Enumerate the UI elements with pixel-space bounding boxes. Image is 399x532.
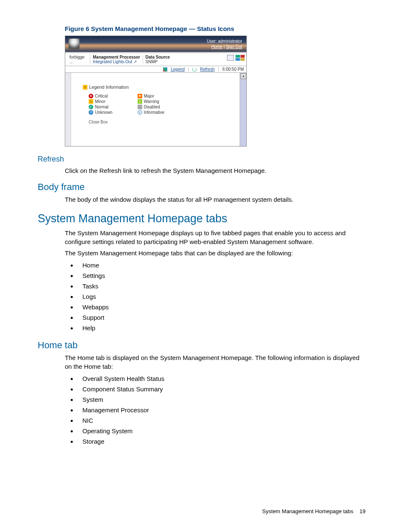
screenshot-scrollbar[interactable]: ▴ [240, 73, 246, 146]
legend-disabled: Disabled [144, 105, 160, 109]
screenshot-subbar: Legend | Refresh | 6:00:50 PM [65, 66, 246, 73]
list-item: Settings [77, 270, 366, 281]
unknown-icon: ? [89, 110, 93, 115]
list-item: Help [77, 323, 366, 333]
tabs-heading: System Management Homepage tabs [38, 212, 366, 225]
list-item: NIC [77, 415, 366, 426]
subbar-time: 6:00:50 PM [223, 67, 244, 72]
legend-major: Major [144, 94, 154, 98]
hometab-heading: Home tab [38, 340, 366, 351]
subbar-legend-link[interactable]: Legend [171, 67, 184, 72]
list-item: Home [77, 260, 366, 270]
footer-text: System Management Homepage tabs [262, 508, 353, 514]
screenshot-figure: User: administrator Home | Sign Out forb… [65, 36, 247, 146]
legend-informative: Informative [144, 110, 164, 115]
minor-icon: ! [89, 99, 93, 104]
toolbar-view-icon[interactable] [227, 55, 234, 61]
screenshot-body: ! Legend Information ✕Critical !Minor ✓N… [65, 73, 246, 146]
refresh-icon [192, 67, 197, 72]
screenshot-toolbar: forbigge ... Management Processor Integr… [65, 52, 246, 66]
bodyframe-text: The body of the window displays the stat… [65, 195, 366, 204]
lighthouse-icon [69, 39, 79, 49]
banner-user-block: User: administrator Home | Sign Out [207, 39, 242, 49]
toolbar-ds-value: SNMP [146, 59, 170, 64]
legend-minor: Minor [95, 99, 105, 104]
critical-icon: ✕ [89, 94, 93, 98]
legend-close-link[interactable]: Close Box [89, 120, 236, 124]
normal-icon: ✓ [89, 105, 93, 109]
toolbar-mp-label: Management Processor [93, 55, 140, 59]
legend-icon [163, 67, 167, 72]
screenshot-left-gutter [65, 73, 71, 146]
figure-caption: Figure 6 System Management Homepage — St… [65, 25, 366, 32]
list-item: Logs [77, 291, 366, 302]
tabs-p2: The System Management Homepage tabs that… [65, 249, 366, 257]
list-item: Storage [77, 436, 366, 447]
list-item: Operating System [77, 426, 366, 436]
list-item: System [77, 394, 366, 405]
banner-user-label: User: administrator [207, 39, 242, 44]
bodyframe-heading: Body frame [38, 182, 366, 193]
refresh-text: Click on the Refresh link to refresh the… [65, 166, 366, 175]
legend-title: Legend Information [89, 85, 129, 90]
warning-icon: ! [83, 85, 87, 90]
list-item: Support [77, 312, 366, 323]
warning2-icon: ! [138, 99, 142, 104]
list-item: Component Status Summary [77, 384, 366, 394]
toolbar-host: forbigge ... [67, 55, 90, 64]
refresh-heading: Refresh [38, 155, 366, 164]
footer-page-number: 19 [360, 508, 366, 514]
tabs-p1: The System Management Homepage displays … [65, 229, 366, 246]
legend-unknown: Unknown [95, 110, 113, 115]
toolbar-mp-link[interactable]: Integrated Lights-Out ↗ [93, 59, 140, 64]
tabs-list: Home Settings Tasks Logs Webapps Support… [77, 260, 366, 333]
legend-normal: Normal [95, 105, 108, 109]
list-item: Management Processor [77, 405, 366, 415]
hometab-list: Overall System Health Status Component S… [77, 373, 366, 447]
toolbar-grid-icon[interactable] [235, 55, 245, 61]
toolbar-ds-label: Data Source [146, 55, 170, 59]
list-item: Overall System Health Status [77, 373, 366, 384]
banner-home-link[interactable]: Home [211, 44, 223, 49]
subbar-refresh-link[interactable]: Refresh [200, 67, 215, 72]
screenshot-banner: User: administrator Home | Sign Out [65, 36, 246, 52]
hometab-p1: The Home tab is displayed on the System … [65, 353, 366, 371]
list-item: Tasks [77, 281, 366, 291]
page-footer: System Management Homepage tabs 19 [262, 508, 366, 514]
info-icon: i [138, 110, 142, 115]
banner-signout-link[interactable]: Sign Out [226, 44, 242, 49]
legend-panel: ! Legend Information ✕Critical !Minor ✓N… [71, 73, 240, 146]
disabled-icon [138, 105, 142, 109]
major-icon: ▼ [138, 94, 142, 98]
legend-critical: Critical [95, 94, 108, 98]
scroll-up-icon[interactable]: ▴ [240, 73, 246, 79]
list-item: Webapps [77, 302, 366, 312]
legend-warning: Warning [144, 99, 159, 104]
